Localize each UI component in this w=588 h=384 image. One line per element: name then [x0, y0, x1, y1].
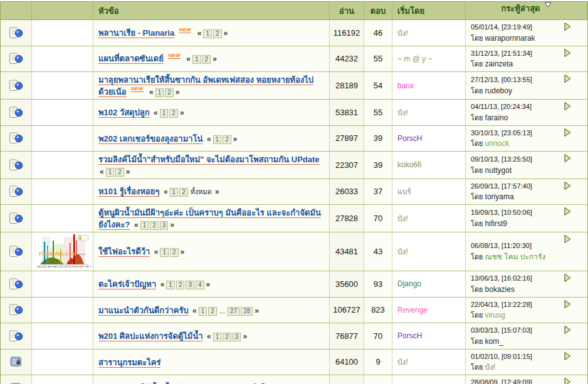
page-number-link[interactable]: 2: [176, 281, 185, 289]
last-poster-link[interactable]: zainzeta: [485, 60, 513, 68]
page-number-link[interactable]: 1: [192, 55, 201, 64]
last-poster-link[interactable]: kom_: [485, 337, 503, 346]
starter-link[interactable]: koko66: [397, 160, 422, 169]
page-number-link[interactable]: 1: [155, 88, 164, 97]
page-number-link[interactable]: 1: [106, 168, 115, 177]
new-badge[interactable]: NEW: [179, 27, 192, 33]
new-badge[interactable]: NEW: [131, 86, 144, 92]
starter-link[interactable]: PorscH: [397, 134, 422, 143]
topic-title-link[interactable]: รวมลิงค์ไม้น้ำ"สำหรับมือใหม่" จะไม่ต้องม…: [98, 155, 320, 165]
page-number-link[interactable]: 1: [170, 188, 179, 197]
page-number-link[interactable]: 3: [233, 333, 241, 341]
goto-last-post-icon[interactable]: [564, 207, 571, 215]
starter-link[interactable]: banx: [397, 81, 414, 90]
starter-link[interactable]: แบร์: [397, 185, 411, 197]
last-poster-link[interactable]: nuttygot: [485, 166, 512, 175]
topic-title-link[interactable]: พ201 ศิลปะแห่งการจัดตู้ไม้น้ำ: [98, 331, 203, 341]
starter-link[interactable]: PorscH: [397, 331, 422, 340]
starter-link[interactable]: Django: [397, 279, 421, 288]
topic-title-link[interactable]: แผนที่ตลาดซันเดย์: [98, 54, 164, 64]
goto-last-post-icon[interactable]: [564, 154, 571, 162]
page-text-link[interactable]: ...: [219, 307, 225, 314]
goto-last-post-icon[interactable]: [564, 235, 571, 243]
starter-link[interactable]: บัง!: [397, 106, 408, 118]
goto-last-post-icon[interactable]: [564, 274, 571, 282]
replies-count: 55: [374, 54, 382, 63]
topic-title-link[interactable]: พลานาเรีย - Planaria: [98, 28, 174, 38]
last-poster-link[interactable]: bokazies: [485, 285, 515, 294]
page-number-link[interactable]: 1: [160, 109, 169, 118]
goto-last-post-icon[interactable]: [564, 182, 571, 190]
new-badge[interactable]: NEW: [168, 53, 181, 59]
page-number-link[interactable]: 2: [115, 168, 124, 177]
page-number-link[interactable]: 4: [196, 281, 204, 289]
starter-link[interactable]: บัง!: [397, 246, 408, 257]
page-number-link[interactable]: 1: [140, 221, 149, 230]
last-poster-link[interactable]: rudeboy: [485, 86, 512, 95]
sort-desc-icon[interactable]: [544, 2, 552, 8]
topic-title-link[interactable]: ห101 รู้เรื่องหอยๆ: [98, 187, 159, 197]
pages-next-mark: »: [215, 187, 219, 196]
header-topic[interactable]: หัวข้อ: [98, 4, 119, 18]
topic-thumbnail-spectrum-chart[interactable]: FishIndex.com 360 402 444 486 528 570 61…: [34, 234, 91, 269]
page-number-link[interactable]: 27: [228, 307, 239, 316]
pages-prev-mark: «: [197, 29, 202, 38]
page-number-link[interactable]: 2: [223, 135, 231, 144]
goto-last-post-icon[interactable]: [564, 75, 571, 83]
goto-last-post-icon[interactable]: [564, 23, 571, 31]
replies-cell: 55: [364, 100, 392, 125]
starter-link[interactable]: บัง!: [397, 356, 408, 368]
page-number-link[interactable]: 2: [165, 88, 174, 97]
starter-link[interactable]: ~ m @ y ~: [397, 54, 433, 63]
goto-last-post-icon[interactable]: [564, 378, 571, 384]
page-number-link[interactable]: 2: [202, 55, 211, 64]
last-poster-link[interactable]: unnock: [485, 139, 510, 148]
topic-title-link[interactable]: พ202 เลกเชอร์ของลุงอามาโน่: [98, 134, 202, 144]
page-number-link[interactable]: 2: [150, 221, 159, 230]
page-number-link[interactable]: 1: [213, 135, 222, 144]
starter-link[interactable]: บัง!: [397, 212, 408, 224]
goto-last-post-icon[interactable]: [564, 128, 571, 137]
page-number-link[interactable]: 1: [203, 29, 212, 38]
page-number-link[interactable]: 1: [160, 248, 169, 257]
page-number-link[interactable]: 3: [160, 221, 169, 230]
page-number-link[interactable]: 1: [213, 333, 222, 341]
last-poster-link[interactable]: บัง!: [485, 363, 496, 371]
topic-title-link[interactable]: พ102 วัสดุปลูก: [98, 108, 150, 118]
page-links: 12: [159, 106, 179, 117]
page-number-link[interactable]: 2: [213, 29, 222, 38]
goto-last-post-icon[interactable]: [564, 102, 571, 110]
topic-title-link[interactable]: ตะไคร่เจ้าปัญหา: [98, 279, 156, 289]
last-poster-link[interactable]: ณชช โคม ปะการัง: [485, 252, 546, 261]
header-started-by[interactable]: เริ่มโดย: [397, 4, 424, 18]
last-poster-link[interactable]: warapornnarak: [485, 34, 535, 43]
page-number-link[interactable]: 2: [169, 109, 178, 118]
page-text-link[interactable]: ทั้งหมด: [191, 188, 212, 195]
topic-title-link[interactable]: ตู้หนูผิวน้ำมันมีฝ้าๆอ่ะค่ะ เป็นคราบๆ มั…: [98, 208, 321, 230]
topic-status-cell: [1, 100, 32, 125]
goto-last-post-icon[interactable]: [564, 326, 571, 334]
last-poster-link[interactable]: faraino: [485, 113, 508, 122]
header-last-post[interactable]: กระทู้ล่าสุด: [501, 2, 540, 19]
last-poster-link[interactable]: virusg: [485, 311, 505, 319]
page-number-link[interactable]: 2: [208, 307, 217, 316]
topic-title-link[interactable]: มาแนะนำตัวกันดีกว่าครับ: [98, 306, 189, 316]
page-number-link[interactable]: 2: [223, 333, 231, 341]
topic-title-link[interactable]: สารานุกรมตะไคร่: [98, 358, 160, 368]
last-poster-link[interactable]: hifirst9: [485, 219, 507, 228]
header-replies[interactable]: ตอบ: [370, 4, 386, 18]
page-number-link[interactable]: 2: [170, 248, 179, 257]
page-number-link[interactable]: 28: [241, 307, 253, 316]
goto-last-post-icon[interactable]: [564, 352, 571, 360]
page-number-link[interactable]: 1: [199, 307, 207, 316]
last-poster-link[interactable]: toriyama: [485, 192, 514, 201]
header-reads[interactable]: อ่าน: [339, 4, 354, 18]
starter-link[interactable]: Revenge: [397, 306, 428, 314]
page-number-link[interactable]: 2: [179, 188, 188, 197]
page-number-link[interactable]: 3: [186, 281, 194, 289]
page-number-link[interactable]: 1: [166, 281, 175, 289]
starter-link[interactable]: บัง!: [397, 27, 408, 39]
goto-last-post-icon[interactable]: [564, 49, 571, 57]
topic-title-link[interactable]: ใช้ไฟอะไรดีว้า: [98, 247, 150, 257]
goto-last-post-icon[interactable]: [564, 300, 571, 308]
